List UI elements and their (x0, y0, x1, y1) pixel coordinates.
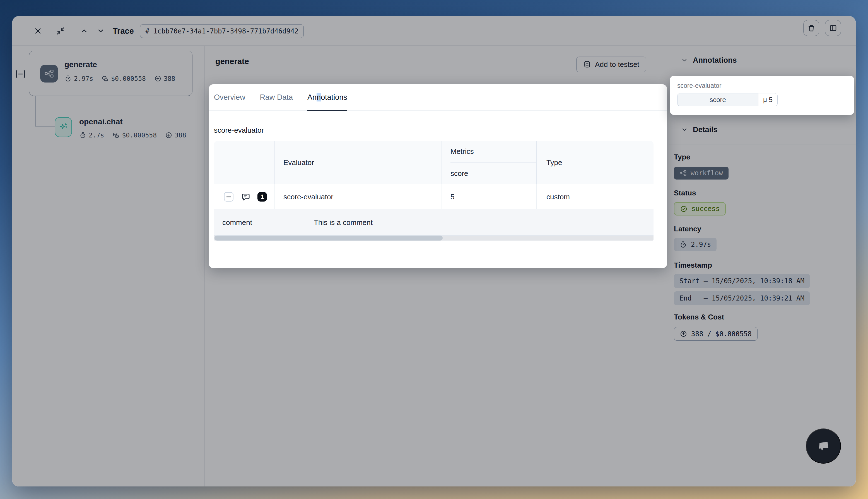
row-checkbox-indeterminate[interactable] (224, 192, 233, 202)
table-header: Evaluator Metrics score Type (214, 141, 653, 184)
column-header-metrics: Metrics (450, 141, 537, 162)
tab-label: Raw Data (260, 93, 293, 102)
span-detail-panel: Overview Raw Data Annotations score-eval… (209, 84, 667, 268)
cell-type: custom (546, 184, 570, 209)
score-metric-pill[interactable]: score μ 5 (677, 93, 777, 106)
evaluator-section-title: score-evaluator (214, 126, 264, 135)
annotations-table: Evaluator Metrics score Type 1 score-eva… (214, 141, 653, 241)
tab-bar: Overview Raw Data Annotations (209, 84, 667, 111)
metric-name: score (677, 93, 758, 106)
annotation-card: score-evaluator score μ 5 (670, 76, 854, 115)
cell-evaluator: score-evaluator (284, 184, 333, 209)
tab-raw-data[interactable]: Raw Data (260, 84, 293, 111)
desktop-background: Trace # 1cbb70e7-34a1-7bb7-3498-771b7d46… (0, 0, 868, 499)
trace-modal: Trace # 1cbb70e7-34a1-7bb7-3498-771b7d46… (12, 16, 856, 486)
horizontal-scrollbar[interactable] (214, 235, 653, 241)
column-header-evaluator: Evaluator (284, 141, 314, 184)
tab-label: Overview (214, 93, 245, 102)
table-row[interactable]: 1 score-evaluator 5 custom (214, 184, 653, 209)
tab-overview[interactable]: Overview (214, 84, 245, 111)
comment-key: comment (222, 209, 252, 235)
comment-count-badge[interactable]: 1 (257, 192, 267, 202)
metric-mean-value: μ 5 (758, 93, 777, 106)
column-subheader-score: score (450, 162, 537, 184)
comment-row: comment This is a comment (214, 209, 653, 235)
scrollbar-thumb[interactable] (215, 235, 443, 241)
text-selection: n (316, 93, 321, 101)
tab-annotations[interactable]: Annotations (308, 84, 347, 111)
tab-label: Annotations (308, 93, 347, 102)
cell-score: 5 (450, 184, 454, 209)
annotation-card-title: score-evaluator (677, 82, 722, 89)
comment-value: This is a comment (314, 209, 373, 235)
column-header-type: Type (546, 141, 562, 184)
comment-icon[interactable] (240, 192, 251, 202)
minus-icon (227, 196, 231, 197)
